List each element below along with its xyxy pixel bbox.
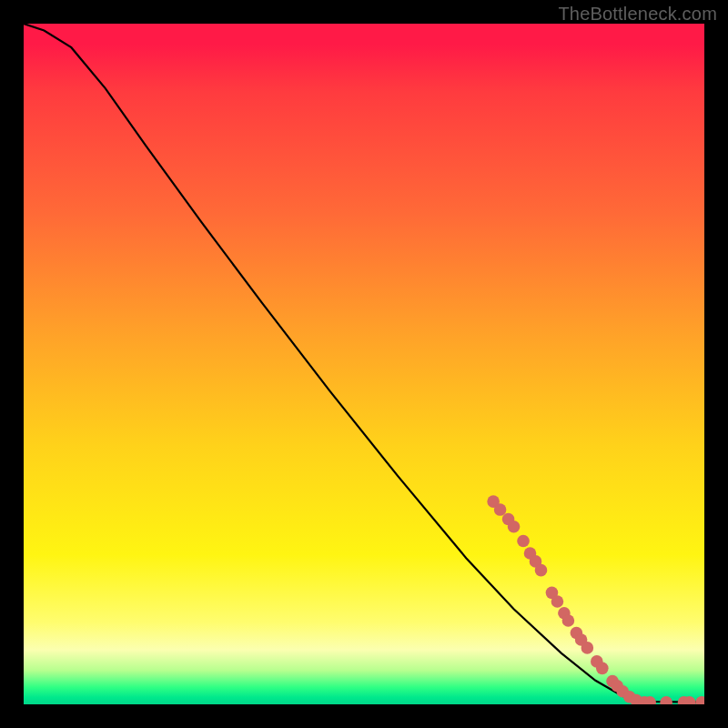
data-marker [660,696,672,704]
curve-line [24,24,704,703]
marker-group [487,495,704,704]
chart-svg [24,24,704,704]
plot-area [24,24,704,704]
data-marker [494,503,507,516]
data-marker [517,535,530,548]
data-marker [581,642,594,654]
data-marker [551,595,564,608]
data-marker [596,662,609,675]
data-marker [695,696,704,704]
chart-stage: TheBottleneck.com [0,0,728,728]
data-marker [562,614,575,627]
watermark-text: TheBottleneck.com [558,4,717,25]
data-marker [535,564,548,577]
data-marker [508,521,521,533]
